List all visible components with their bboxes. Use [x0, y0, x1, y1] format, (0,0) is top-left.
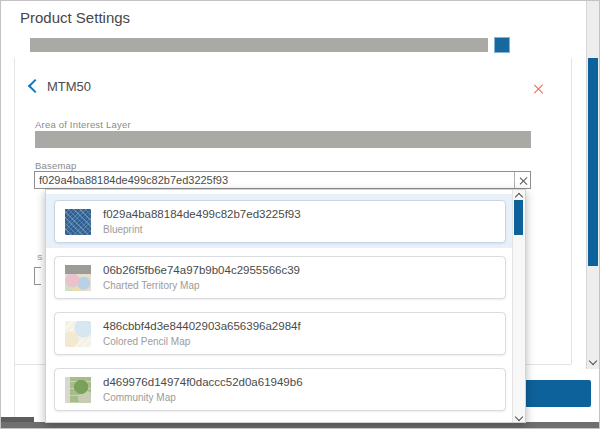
basemap-item-colored-pencil[interactable]: 486cbbf4d3e84402903a656396a2984f Colored…	[54, 312, 506, 355]
basemap-label: Basemap	[35, 160, 77, 171]
basemap-thumbnail-colored-pencil	[65, 321, 91, 347]
area-of-interest-label: Area of Interest Layer	[35, 119, 131, 130]
dropdown-scrollbar-thumb[interactable]	[514, 200, 523, 235]
page-title: Product Settings	[20, 9, 130, 26]
basemap-thumbnail-charted-territory	[65, 265, 91, 291]
chevron-left-icon	[28, 79, 42, 93]
basemap-item-id: 06b26f5fb6e74a97b9b04c2955566c39	[103, 264, 300, 276]
clear-input-button[interactable]	[514, 172, 531, 188]
area-of-interest-field[interactable]	[35, 131, 531, 148]
product-settings-window: Product Settings MTM50 Area of Interest …	[0, 0, 600, 429]
basemap-item-name: Community Map	[103, 392, 176, 403]
basemap-item-name: Blueprint	[103, 224, 142, 235]
basemap-item-community[interactable]: d469976d14974f0daccc52d0a61949b6 Communi…	[54, 368, 506, 411]
basemap-item-name: Colored Pencil Map	[103, 336, 190, 347]
basemap-input[interactable]	[34, 171, 531, 189]
color-swatch	[494, 37, 510, 53]
obscured-label-fragment: S	[37, 253, 42, 262]
back-button-label: MTM50	[47, 79, 91, 94]
basemap-item-blueprint[interactable]: f029a4ba88184de499c82b7ed3225f93 Bluepri…	[54, 200, 506, 243]
basemap-thumbnail-blueprint	[65, 209, 91, 235]
basemap-item-name: Charted Territory Map	[103, 280, 200, 291]
main-scrollbar-thumb[interactable]	[588, 58, 598, 266]
product-name-placeholder-bar	[30, 38, 488, 52]
basemap-dropdown-panel: f029a4ba88184de499c82b7ed3225f93 Bluepri…	[45, 189, 526, 423]
basemap-item-charted-territory[interactable]: 06b26f5fb6e74a97b9b04c2955566c39 Charted…	[54, 256, 506, 299]
basemap-item-partial[interactable]	[54, 422, 506, 423]
basemap-item-id: d469976d14974f0daccc52d0a61949b6	[103, 376, 303, 388]
panel-right-border	[571, 58, 572, 364]
clear-icon	[519, 176, 528, 185]
close-icon[interactable]	[533, 83, 544, 94]
bottom-window-bar	[1, 422, 600, 429]
basemap-item-id: 486cbbf4d3e84402903a656396a2984f	[103, 320, 301, 332]
obscured-checkbox[interactable]	[34, 267, 41, 285]
basemap-thumbnail-community	[65, 377, 91, 403]
basemap-item-id: f029a4ba88184de499c82b7ed3225f93	[103, 208, 301, 220]
back-button[interactable]: MTM50	[30, 77, 91, 95]
